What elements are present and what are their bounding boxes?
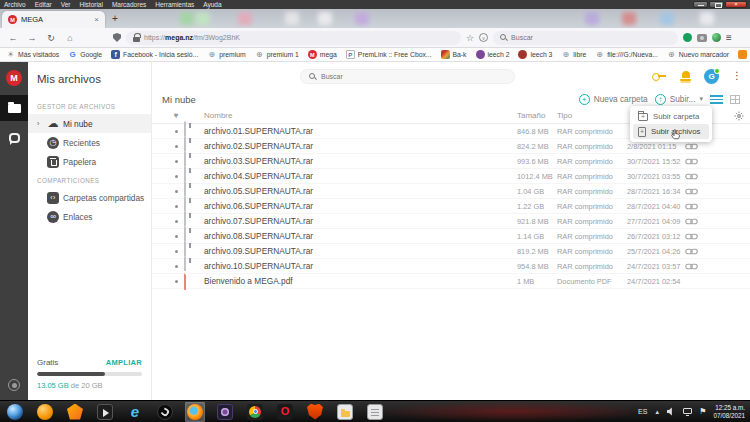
taskbar-app-icon[interactable] <box>215 402 235 422</box>
taskbar-app-icon[interactable] <box>335 402 355 422</box>
file-row[interactable]: archivo.09.SUPERNAUTA.rar 819.2 MB RAR c… <box>152 244 750 259</box>
get-link-icon[interactable] <box>685 218 698 225</box>
reload-button[interactable]: ↻ <box>44 31 58 45</box>
new-tab-button[interactable]: + <box>112 13 118 25</box>
file-row[interactable]: Bienvenido a MEGA.pdf 1 MB Documento PDF… <box>152 274 750 289</box>
address-bar[interactable]: https://mega.nz/fm/3Wog2BhK <box>126 31 461 45</box>
extension-icon-green[interactable] <box>683 33 692 42</box>
network-icon[interactable] <box>683 408 692 416</box>
taskbar-app-icon[interactable] <box>185 402 205 422</box>
bookmark-item[interactable]: libre <box>561 50 586 59</box>
bookmark-item[interactable]: Ba-k <box>441 50 467 59</box>
mega-search-input[interactable] <box>321 73 506 80</box>
taskbar-app-icon[interactable] <box>35 402 55 422</box>
menu-item[interactable]: Ver <box>61 0 71 9</box>
taskbar-app-icon[interactable] <box>5 402 25 422</box>
get-link-icon[interactable] <box>685 188 698 195</box>
rail-chat-tab[interactable] <box>9 133 20 143</box>
bookmark-item[interactable]: leech 3 <box>518 50 552 59</box>
get-link-icon[interactable] <box>685 248 698 255</box>
file-row[interactable]: archivo.07.SUPERNAUTA.rar 921.8 MB RAR c… <box>152 214 750 229</box>
avatar[interactable]: G <box>704 69 719 84</box>
bookmark-item[interactable]: Google <box>68 50 102 59</box>
taskbar-app-icon[interactable] <box>275 402 295 422</box>
bookmark-item[interactable]: leech 2 <box>476 50 510 59</box>
bookmark-item[interactable]: Nuevo marcador <box>667 50 729 59</box>
taskbar-app-icon[interactable] <box>305 402 325 422</box>
rail-help-icon[interactable] <box>8 379 20 391</box>
minimize-button[interactable] <box>693 1 708 8</box>
bookmark-item[interactable]: premium 1 <box>255 50 299 59</box>
browser-search-bar[interactable] <box>493 31 678 45</box>
close-window-button[interactable] <box>725 1 747 8</box>
file-row[interactable]: archivo.04.SUPERNAUTA.rar 1012.4 MB RAR … <box>152 169 750 184</box>
upgrade-link[interactable]: AMPLIAR <box>106 358 142 367</box>
new-folder-button[interactable]: + Nueva carpeta <box>579 94 648 105</box>
sidebar-item[interactable]: Enlaces <box>28 207 151 226</box>
hidden-icons-arrow[interactable]: ▲ <box>654 409 660 415</box>
bookmark-item[interactable]: PremLink :: Free Cbox... <box>346 50 432 59</box>
more-options-icon[interactable]: ⋮ <box>732 71 742 81</box>
bookmark-item[interactable]: Facebook - Inicia sesió... <box>111 50 198 59</box>
menu-item[interactable]: Editar <box>35 0 52 9</box>
extension-icon-camera[interactable] <box>697 34 707 42</box>
taskbar-app-icon[interactable] <box>245 402 265 422</box>
bookmark-item[interactable]: Más visitados <box>6 50 59 59</box>
sidebar-item[interactable]: Recientes <box>28 133 151 152</box>
taskbar-app-icon[interactable] <box>65 402 85 422</box>
browser-tab-mega[interactable]: M MEGA × <box>2 11 105 28</box>
pocket-icon[interactable] <box>479 33 488 42</box>
volume-icon[interactable] <box>667 407 676 416</box>
grid-view-toggle[interactable] <box>730 95 740 104</box>
mega-search-bar[interactable] <box>300 69 515 84</box>
menu-item[interactable]: Herramientas <box>155 0 194 9</box>
list-view-toggle[interactable] <box>710 95 723 104</box>
browser-menu-icon[interactable]: ≡ <box>726 32 732 43</box>
column-size[interactable]: Tamaño <box>517 111 557 120</box>
taskbar-app-icon[interactable] <box>155 402 175 422</box>
column-type[interactable]: Tipo <box>557 111 627 120</box>
sidebar-item[interactable]: Papelera <box>28 152 151 171</box>
taskbar-app-icon[interactable] <box>365 402 385 422</box>
bookmark-item[interactable]: premium <box>207 50 245 59</box>
bookmark-star-icon[interactable]: ☆ <box>466 33 474 43</box>
file-row[interactable]: archivo.06.SUPERNAUTA.rar 1.22 GB RAR co… <box>152 199 750 214</box>
bookmark-item[interactable]: UPTOBOX <box>738 50 750 59</box>
get-link-icon[interactable] <box>685 143 698 150</box>
extension-icon-globe[interactable] <box>712 33 721 42</box>
tab-close-icon[interactable]: × <box>94 16 99 24</box>
menu-item[interactable]: Marcadores <box>112 0 146 9</box>
home-button[interactable]: ⌂ <box>63 31 77 45</box>
chevron-right-icon[interactable] <box>37 120 43 127</box>
notifications-bell-icon[interactable] <box>680 71 691 82</box>
menu-item[interactable]: Historial <box>79 0 102 9</box>
back-button[interactable]: ← <box>6 31 20 45</box>
maximize-button[interactable] <box>709 1 724 8</box>
recovery-key-icon[interactable] <box>652 72 667 81</box>
menu-item[interactable]: Ayuda <box>203 0 221 9</box>
upload-menu-item[interactable]: Subir carpeta <box>633 109 709 124</box>
browser-search-input[interactable] <box>511 34 671 41</box>
get-link-icon[interactable] <box>685 263 698 270</box>
get-link-icon[interactable] <box>685 233 698 240</box>
sidebar-item[interactable]: Mi nube <box>28 114 151 133</box>
file-row[interactable]: archivo.03.SUPERNAUTA.rar 993.6 MB RAR c… <box>152 154 750 169</box>
rail-files-tab[interactable] <box>0 95 28 121</box>
file-row[interactable]: archivo.05.SUPERNAUTA.rar 1.04 GB RAR co… <box>152 184 750 199</box>
favorite-column-icon[interactable] <box>168 111 184 120</box>
column-name[interactable]: Nombre <box>204 111 517 120</box>
bookmark-item[interactable]: mega <box>308 50 337 59</box>
get-link-icon[interactable] <box>685 173 698 180</box>
sidebar-item[interactable]: Carpetas compartidas <box>28 188 151 207</box>
action-center-flag-icon[interactable]: ⚑ <box>699 408 706 416</box>
taskbar-app-icon[interactable] <box>95 402 115 422</box>
breadcrumb[interactable]: Mi nube <box>162 94 196 105</box>
clock[interactable]: 12:25 a.m. 07/08/2021 <box>713 404 745 419</box>
menu-item[interactable]: Archivo <box>4 0 26 9</box>
get-link-icon[interactable] <box>685 158 698 165</box>
mega-logo[interactable]: M <box>6 70 22 86</box>
taskbar-app-icon[interactable] <box>125 402 145 422</box>
bookmark-item[interactable]: file:///G:/Nueva... <box>595 50 658 59</box>
file-row[interactable]: archivo.08.SUPERNAUTA.rar 1.14 GB RAR co… <box>152 229 750 244</box>
upload-button[interactable]: ↑ Subir... ▾ <box>655 94 703 105</box>
